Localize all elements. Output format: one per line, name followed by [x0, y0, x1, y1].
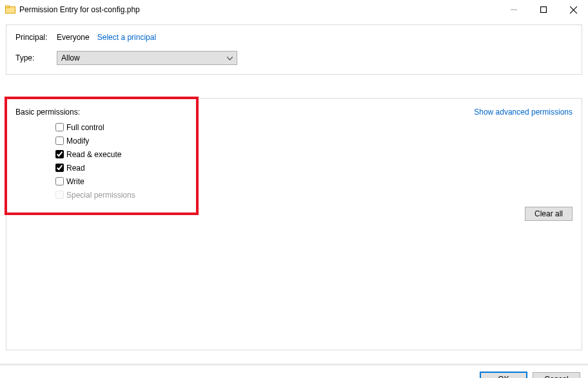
- type-select-value: Allow: [61, 53, 80, 62]
- permission-label: Special permissions: [66, 191, 135, 200]
- permission-checkbox: [55, 191, 64, 199]
- permission-checkbox[interactable]: [55, 150, 64, 158]
- permission-checkbox[interactable]: [55, 123, 64, 131]
- permission-label: Read: [66, 164, 85, 173]
- principal-value: Everyone: [57, 33, 90, 42]
- permission-checkbox[interactable]: [55, 177, 64, 185]
- permission-label: Modify: [66, 137, 89, 146]
- permissions-panel: Basic permissions: Show advanced permiss…: [6, 98, 582, 350]
- basic-permissions-label: Basic permissions:: [15, 108, 80, 117]
- permission-item[interactable]: Full control: [55, 120, 573, 134]
- permission-item[interactable]: Read: [55, 161, 573, 175]
- footer: OK Cancel: [0, 365, 588, 378]
- permissions-list: Full controlModifyRead & executeReadWrit…: [55, 120, 573, 202]
- show-advanced-link[interactable]: Show advanced permissions: [474, 108, 573, 117]
- permission-label: Read & execute: [66, 150, 121, 159]
- close-button[interactable]: [558, 0, 588, 19]
- titlebar: Permission Entry for ost-config.php: [0, 0, 588, 19]
- permission-checkbox[interactable]: [55, 137, 64, 145]
- maximize-button[interactable]: [529, 0, 558, 19]
- window-title: Permission Entry for ost-config.php: [19, 5, 140, 14]
- ok-button[interactable]: OK: [480, 372, 527, 378]
- permission-checkbox[interactable]: [55, 164, 64, 172]
- folder-icon: [5, 5, 15, 15]
- permission-label: Write: [66, 177, 84, 186]
- principal-label: Principal:: [15, 33, 57, 42]
- clear-all-button[interactable]: Clear all: [525, 207, 573, 221]
- permission-item[interactable]: Write: [55, 175, 573, 188]
- principal-panel: Principal: Everyone Select a principal T…: [6, 24, 582, 75]
- permission-item[interactable]: Modify: [55, 134, 573, 147]
- chevron-down-icon: [227, 55, 233, 62]
- select-principal-link[interactable]: Select a principal: [97, 33, 156, 42]
- type-label: Type:: [15, 53, 57, 62]
- permission-item: Special permissions: [55, 188, 573, 202]
- svg-rect-1: [6, 6, 10, 8]
- type-select[interactable]: Allow: [57, 51, 237, 65]
- cancel-button[interactable]: Cancel: [533, 372, 580, 379]
- minimize-button[interactable]: [499, 0, 529, 19]
- permission-item[interactable]: Read & execute: [55, 147, 573, 161]
- permission-label: Full control: [66, 123, 104, 132]
- svg-rect-3: [541, 7, 547, 13]
